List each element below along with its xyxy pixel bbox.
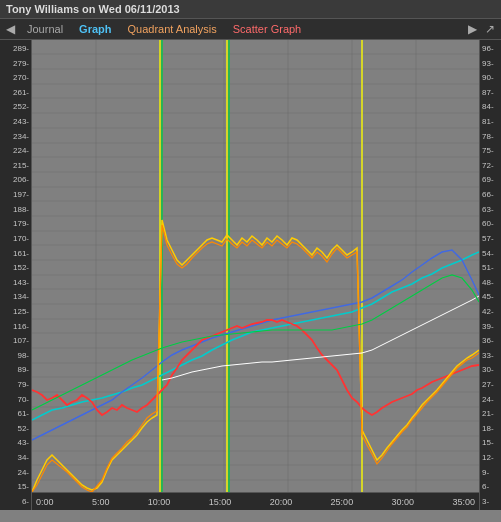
title-bar: Tony Williams on Wed 06/11/2013 <box>0 0 501 19</box>
tab-graph[interactable]: Graph <box>73 21 117 37</box>
tab-quadrant[interactable]: Quadrant Analysis <box>121 21 222 37</box>
y-axis-right: 96- 93- 90- 87- 84- 81- 78- 75- 72- 69- … <box>479 40 501 510</box>
title-text: Tony Williams on Wed 06/11/2013 <box>6 3 180 15</box>
x-axis: 0:00 5:00 10:00 15:00 20:00 25:00 30:00 … <box>32 492 479 510</box>
nav-forward[interactable]: ▶ <box>466 22 479 36</box>
y-axis-left: 289- 279- 270- 261- 252- 243- 234- 224- … <box>0 40 32 510</box>
tab-bar: ◀ Journal Graph Quadrant Analysis Scatte… <box>0 19 501 40</box>
tab-journal[interactable]: Journal <box>21 21 69 37</box>
chart-svg <box>32 40 479 510</box>
tab-scatter[interactable]: Scatter Graph <box>227 21 307 37</box>
nav-external[interactable]: ↗ <box>483 22 497 36</box>
chart-area: 0:00 5:00 10:00 15:00 20:00 25:00 30:00 … <box>32 40 479 510</box>
chart-container: 289- 279- 270- 261- 252- 243- 234- 224- … <box>0 40 501 522</box>
nav-back[interactable]: ◀ <box>4 22 17 36</box>
